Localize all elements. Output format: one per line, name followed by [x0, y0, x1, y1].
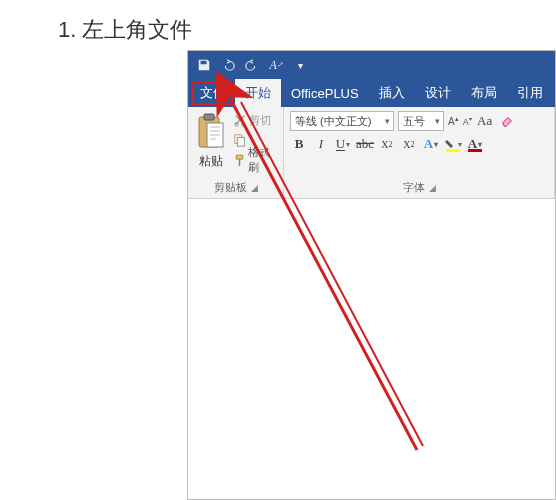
italic-button[interactable]: I: [312, 135, 330, 153]
cut-label: 剪切: [249, 113, 271, 128]
font-group-label: 字体 ◢: [284, 178, 554, 198]
document-area[interactable]: [188, 199, 555, 499]
change-case-button[interactable]: Aa: [476, 112, 494, 130]
font-size-combo[interactable]: 五号: [398, 111, 444, 131]
shrink-font-button[interactable]: A▾: [463, 115, 472, 127]
paste-label: 粘贴: [199, 153, 223, 170]
clear-formatting-button[interactable]: [498, 112, 516, 130]
clipboard-group-label: 剪贴板 ◢: [188, 178, 283, 198]
text-effects-button[interactable]: A▾: [422, 135, 440, 153]
tab-home[interactable]: 开始: [235, 79, 281, 107]
font-name-combo[interactable]: 等线 (中文正文): [290, 111, 394, 131]
clear-format-icon[interactable]: A↗: [268, 57, 284, 73]
format-painter-button[interactable]: 格式刷: [233, 151, 279, 169]
subscript-button[interactable]: X2: [378, 135, 396, 153]
tab-insert[interactable]: 插入: [369, 79, 415, 107]
tab-references[interactable]: 引用: [507, 79, 553, 107]
dialog-launcher-icon[interactable]: ◢: [429, 183, 436, 193]
undo-icon[interactable]: [220, 57, 236, 73]
superscript-button[interactable]: X2: [400, 135, 418, 153]
tab-design[interactable]: 设计: [415, 79, 461, 107]
tab-file[interactable]: 文件: [192, 81, 234, 105]
brush-icon: [233, 153, 246, 167]
svg-rect-1: [204, 114, 214, 120]
highlighter-icon: [445, 139, 457, 149]
font-group: 等线 (中文正文) 五号 A▴ A▾ Aa B I U▾ abc X2 X2: [284, 107, 555, 198]
menu-bar: 文件 开始 OfficePLUS 插入 设计 布局 引用: [188, 79, 555, 107]
font-color-button[interactable]: A▾: [466, 135, 484, 153]
copy-icon: [233, 133, 247, 147]
underline-button[interactable]: U▾: [334, 135, 352, 153]
quick-access-toolbar: A↗ ▾: [188, 51, 555, 79]
ribbon: 粘贴 剪切 格式刷 剪贴板: [188, 107, 555, 199]
format-painter-label: 格式刷: [248, 145, 279, 175]
paste-button[interactable]: 粘贴: [192, 109, 229, 170]
bold-button[interactable]: B: [290, 135, 308, 153]
highlight-button[interactable]: ▾: [444, 135, 462, 153]
word-window: A↗ ▾ 文件 开始 OfficePLUS 插入 设计 布局 引用 粘贴 剪切: [187, 50, 556, 500]
grow-font-button[interactable]: A▴: [448, 115, 459, 127]
redo-icon[interactable]: [244, 57, 260, 73]
eraser-icon: [500, 114, 514, 128]
clipboard-icon: [195, 113, 227, 151]
scissors-icon: [233, 113, 247, 127]
tab-layout[interactable]: 布局: [461, 79, 507, 107]
dialog-launcher-icon[interactable]: ◢: [251, 183, 258, 193]
clipboard-group: 粘贴 剪切 格式刷 剪贴板: [188, 107, 284, 198]
qat-dropdown-icon[interactable]: ▾: [292, 57, 308, 73]
cut-button[interactable]: 剪切: [233, 111, 279, 129]
strikethrough-button[interactable]: abc: [356, 135, 374, 153]
svg-rect-6: [238, 137, 245, 146]
step-instruction: 1. 左上角文件: [58, 15, 192, 45]
save-icon[interactable]: [196, 57, 212, 73]
tab-officeplus[interactable]: OfficePLUS: [281, 79, 369, 107]
